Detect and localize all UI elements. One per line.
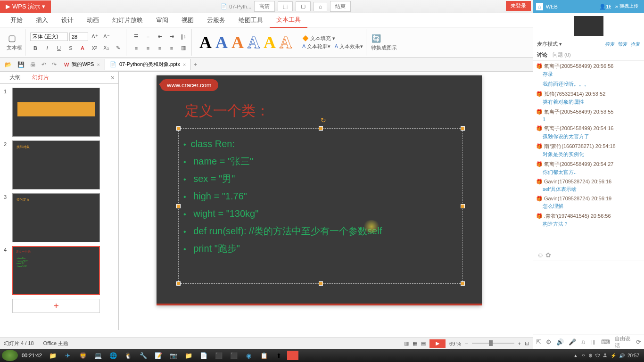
upload-button[interactable]: ∞拖拽上传 [611,2,642,10]
bullets-button[interactable]: ☰ [131,32,141,42]
style-4[interactable]: A [248,33,260,52]
qiangmai-button[interactable]: 抢麦 [631,41,640,47]
increase-font-icon[interactable]: A⁺ [90,32,100,42]
task-app[interactable]: 🔧 [136,350,150,361]
underline-button[interactable]: U [54,43,64,53]
keyboard-icon[interactable]: ⌨ [601,338,610,346]
task-app[interactable]: ⬛ [212,350,226,361]
resize-handle[interactable] [461,126,465,131]
resize-handle[interactable] [176,281,181,286]
style-5[interactable]: A [264,33,276,52]
question-tab[interactable]: 问题 (0) [553,52,571,58]
style-1[interactable]: A [199,33,212,52]
discuss-tab[interactable]: 讨论 [537,52,547,58]
align-right-button[interactable]: ≡ [155,43,165,53]
align-justify-button[interactable]: ≡ [166,43,177,53]
close-tab-icon[interactable]: × [97,62,99,67]
menu-drawtools[interactable]: 绘图工具 [232,13,270,27]
decrease-font-icon[interactable]: A⁻ [101,32,112,42]
gear-icon[interactable]: ⚙ [546,338,552,346]
align-left-button[interactable]: ≡ [131,43,141,53]
menu-view[interactable]: 视图 [175,13,200,27]
view-reading-icon[interactable]: ▤ [421,340,426,346]
chat-message-list[interactable]: 🎁氧离子(2005458499) 20:56:56存录我前面还没听。。。🎁孤独(… [533,61,644,249]
eq-icon[interactable]: ⫼ [590,338,596,346]
resize-handle[interactable] [176,126,181,131]
kongmai-button[interactable]: 控麦 [605,41,615,47]
slide-title[interactable]: 定义一个类： [185,101,270,121]
code-content[interactable]: •class Ren: • name = "张三" • sex = "男" • … [179,129,462,264]
columns-button[interactable]: ▥ [178,43,189,53]
speaker-icon[interactable]: 🔊 [556,338,564,346]
open-folder-icon[interactable]: 📂 [2,59,15,70]
print-icon[interactable]: 🖶 [27,59,39,70]
outline-tab[interactable]: 大纲 [4,72,26,83]
clear-format-button[interactable]: ✎ [113,43,123,53]
line-spacing-button[interactable]: ‖↕ [178,32,189,42]
add-tab-icon[interactable]: + [191,59,200,70]
menu-insert[interactable]: 插入 [29,13,55,27]
slide-canvas[interactable]: www.cracer.com 定义一个类： ↻ •class Ren: • na… [157,75,482,305]
subscript-button[interactable]: X₂ [101,43,111,53]
play-button[interactable]: ▶ [429,339,446,348]
window-button[interactable]: ▢ [296,1,311,11]
close-tab-icon[interactable]: × [183,62,186,67]
music-icon[interactable]: ♫ [581,338,586,346]
resize-handle[interactable] [319,126,323,131]
resize-handle[interactable] [176,204,181,208]
task-app[interactable]: ✈ [61,350,75,361]
font-select[interactable] [30,33,68,41]
menu-slideshow[interactable]: 幻灯片放映 [106,13,149,27]
thumb-3[interactable]: 类的定义 [12,193,100,242]
end-button[interactable]: 结束 [330,1,351,12]
zoom-in-icon[interactable]: + [518,341,521,346]
style-2[interactable]: A [215,33,228,52]
menu-animation[interactable]: 动画 [80,13,106,27]
align-center-button[interactable]: ≡ [143,43,153,53]
start-button[interactable] [2,350,18,361]
size-select[interactable] [69,33,88,41]
add-slide-button[interactable]: + [12,299,100,313]
video-thumb[interactable] [574,16,603,36]
zoom-slider[interactable] [472,343,514,344]
view-normal-icon[interactable]: ▥ [404,340,409,346]
textbox-selected[interactable]: ↻ •class Ren: • name = "张三" • sex = "男" … [178,128,463,284]
rotate-handle-icon[interactable]: ↻ [321,116,326,124]
italic-button[interactable]: I [42,43,52,53]
redo-icon[interactable]: ↷ [49,59,59,70]
login-button[interactable]: 未登录 [506,1,531,11]
emoji-icon[interactable]: ☺ [537,251,544,259]
resize-handle[interactable] [461,281,465,286]
indent-dec-button[interactable]: ⇤ [155,32,165,42]
superscript-button[interactable]: X² [89,43,99,53]
style-6[interactable]: A [280,33,292,52]
strike-button[interactable]: S [66,43,76,53]
close-panel-icon[interactable]: × [111,74,115,82]
zoom-out-icon[interactable]: − [465,341,468,346]
thumb-1[interactable] [12,88,100,137]
task-app[interactable]: 🌐 [106,350,120,361]
text-styles-gallery[interactable]: A A A A A A [194,33,297,52]
font-color-button[interactable]: A [77,43,88,53]
menu-texttools[interactable]: 文本工具 [270,13,307,28]
thumb-4[interactable]: 定义一个类:• class Ren• name="张三"• sex="男"• h… [12,246,100,295]
text-effect-button[interactable]: A 文本效果▾ [335,43,363,50]
menu-cloud[interactable]: 云服务 [200,13,232,27]
mic-icon[interactable]: 🎤 [569,338,576,346]
task-app[interactable]: 📁 [182,350,196,361]
system-tray[interactable]: ▲🏳⚙🛡🖧⚡🔊 20:57 [573,353,642,358]
app-menu-button[interactable]: ▶WPS 演示▾ [0,0,51,13]
task-app[interactable]: 💻 [91,350,105,361]
jinmai-button[interactable]: 禁麦 [618,41,627,47]
task-app[interactable]: 🐧 [121,350,135,361]
style-3[interactable]: A [231,33,244,52]
task-app[interactable]: 📄 [197,350,211,361]
menu-review[interactable]: 审阅 [149,13,175,27]
home-icon[interactable]: ⌂ [536,3,543,10]
hq-button[interactable]: 高清 [254,1,275,12]
task-app[interactable]: ⬛ [227,350,241,361]
task-app[interactable]: ⬆ [272,350,286,361]
tab-document[interactable]: 📄07-Python的类和对象.pptx× [105,59,191,70]
task-app[interactable]: 📋 [257,350,271,361]
flower-icon[interactable]: ✿ [545,251,551,259]
